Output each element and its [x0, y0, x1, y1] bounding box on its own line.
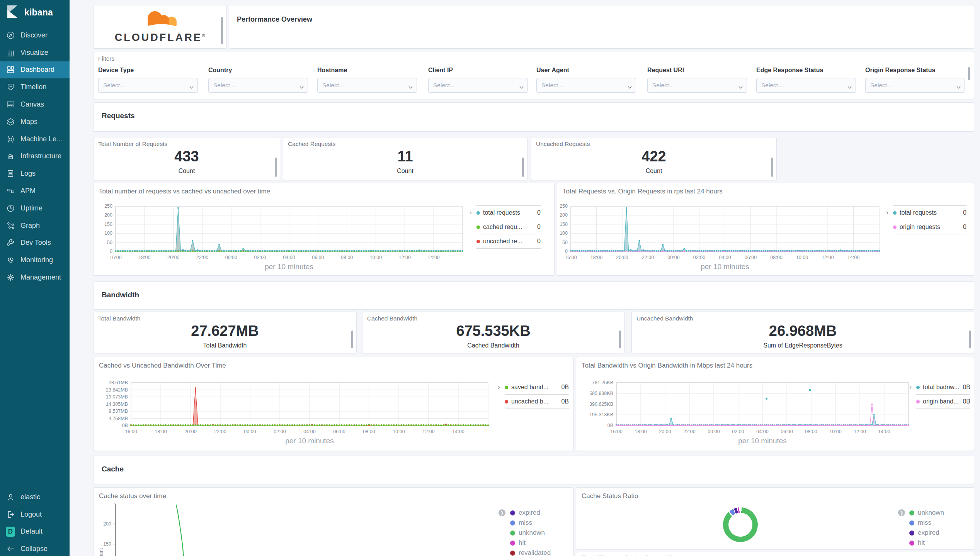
sidebar-item-monitoring[interactable]: Monitoring — [0, 251, 70, 269]
kibana-brand[interactable]: kibana — [0, 0, 70, 25]
legend-item-origin-band-[interactable]: origin band...0B — [916, 394, 970, 409]
svg-text:0B: 0B — [607, 423, 613, 428]
legend-label: cached requ... — [483, 224, 522, 231]
sidebar-item-timelion[interactable]: Timelion — [0, 78, 70, 96]
canvas-icon — [6, 100, 15, 109]
legend-item-unknown[interactable]: unknown — [909, 508, 944, 518]
svg-text:50: 50 — [562, 240, 568, 245]
legend-dot-icon — [909, 531, 914, 536]
sidebar-item-management[interactable]: Management — [0, 269, 70, 286]
sidebar-item-dashboard[interactable]: Dashboard — [0, 61, 70, 79]
legend-collapse-icon[interactable]: › — [886, 208, 888, 217]
svg-text:00:00: 00:00 — [244, 429, 256, 434]
filter-select-edge-response-status[interactable]: Select... — [756, 78, 856, 93]
legend-dot-icon — [916, 386, 920, 389]
svg-text:12:00: 12:00 — [422, 429, 434, 434]
legend-dot-icon — [510, 520, 515, 525]
sidebar-item-apm[interactable]: APM — [0, 182, 70, 200]
chart-plot-d: 0B195.313KB390.625KB585.938KB781.25KB16:… — [576, 357, 974, 451]
svg-text:200: 200 — [560, 212, 568, 218]
sidebar-item-logs[interactable]: Logs — [0, 165, 70, 182]
sidebar-bottom-nav: elasticLogoutDDefaultCollapse — [0, 488, 70, 556]
sidebar-item-label: Infrastructure — [20, 152, 61, 160]
panel-scrollbar[interactable] — [275, 158, 277, 177]
sidebar-item-machine-learning[interactable]: Machine Le... — [0, 131, 70, 148]
sidebar-item-devtools[interactable]: Dev Tools — [0, 234, 70, 252]
legend-item-uncached-re-[interactable]: uncached re...0 — [476, 234, 541, 249]
legend-item-expired[interactable]: expired — [909, 528, 944, 538]
filter-label: Origin Response Status — [865, 67, 965, 74]
legend-item-revalidated[interactable]: revalidated — [510, 548, 551, 556]
chart-legend: saved band...0Buncached b...0B — [505, 380, 569, 409]
cache-section-panel: Cache — [93, 456, 974, 484]
legend-item-cached-requ-[interactable]: cached requ...0 — [476, 220, 541, 234]
legend-collapse-icon[interactable]: › — [909, 383, 912, 391]
sidebar-nav: DiscoverVisualizeDashboardTimelionCanvas… — [0, 27, 70, 286]
svg-text:781.25KB: 781.25KB — [592, 380, 613, 385]
legend-item-origin-requests[interactable]: origin requests0 — [893, 220, 966, 234]
legend-item-expired[interactable]: expired — [510, 508, 551, 518]
legend-value: 0B — [963, 398, 970, 405]
panel-scrollbar[interactable] — [771, 158, 773, 177]
legend-item-total-badnw-[interactable]: total badnw...0B — [916, 380, 970, 394]
sidebar-item-graph[interactable]: Graph — [0, 217, 70, 234]
panel-scrollbar[interactable] — [619, 331, 621, 348]
filter-select-hostname[interactable]: Select... — [317, 78, 417, 93]
metric-total-requests: Total Number of Requests 433 Count — [93, 137, 280, 180]
legend-item-hit[interactable]: hit — [909, 538, 944, 548]
legend-collapse-icon[interactable]: ❯ — [499, 509, 505, 516]
sidebar-item-canvas[interactable]: Canvas — [0, 96, 70, 113]
legend-collapse-icon[interactable]: › — [498, 383, 500, 391]
legend-item-unknown[interactable]: unknown — [510, 528, 551, 538]
metric-title: Cached Requests — [288, 141, 335, 147]
logout-icon — [6, 510, 15, 519]
sidebar-item-visualize[interactable]: Visualize — [0, 44, 70, 61]
panel-scrollbar[interactable] — [221, 17, 223, 44]
filter-select-device-type[interactable]: Select... — [98, 78, 198, 93]
legend-item-total-requests[interactable]: total requests0 — [476, 205, 541, 220]
chart-legend: total requests0origin requests0 — [893, 205, 966, 234]
sidebar-item-logout[interactable]: Logout — [0, 506, 70, 523]
cloudflare-cloud-icon — [131, 8, 189, 29]
legend-item-hit[interactable]: hit — [510, 538, 551, 548]
svg-text:18:00: 18:00 — [590, 255, 602, 260]
filter-select-user-agent[interactable]: Select... — [536, 78, 636, 93]
filter-select-client-ip[interactable]: Select... — [428, 78, 528, 93]
legend-item-miss[interactable]: miss — [510, 518, 551, 528]
chart-legend: unknownmissexpiredhit — [909, 508, 944, 548]
brand-name: kibana — [24, 7, 53, 18]
sidebar-item-default-space[interactable]: DDefault — [0, 523, 70, 541]
legend-collapse-icon[interactable]: › — [470, 208, 472, 217]
select-placeholder: Select... — [761, 82, 783, 89]
legend-item-uncached-b-[interactable]: uncached b...0B — [505, 394, 569, 409]
legend-item-total-requests[interactable]: total requests0 — [893, 205, 966, 220]
panel-scrollbar[interactable] — [522, 158, 524, 177]
legend-collapse-icon[interactable]: ❯ — [898, 509, 905, 516]
filter-select-country[interactable]: Select... — [208, 78, 308, 93]
svg-text:150: 150 — [560, 222, 568, 227]
sidebar-item-maps[interactable]: Maps — [0, 113, 70, 131]
filter-select-request-uri[interactable]: Select... — [647, 78, 747, 93]
sidebar-item-label: elastic — [20, 493, 40, 501]
filter-select-origin-response-status[interactable]: Select... — [865, 78, 965, 93]
sidebar-item-discover[interactable]: Discover — [0, 27, 70, 44]
bandwidth-section-title: Bandwidth — [94, 282, 974, 299]
metric-title: Uncached Bandwidth — [636, 315, 693, 322]
metric-title: Uncached Requests — [536, 141, 590, 147]
svg-text:per 10 minutes: per 10 minutes — [738, 437, 787, 445]
panel-scrollbar[interactable] — [968, 67, 970, 80]
svg-text:04:00: 04:00 — [283, 255, 295, 260]
legend-item-saved-band-[interactable]: saved band...0B — [505, 380, 569, 394]
sidebar-item-uptime[interactable]: Uptime — [0, 200, 70, 217]
graph-icon — [6, 221, 15, 230]
filter-group-request-uri: Request URISelect... — [647, 67, 747, 93]
sidebar-item-label: Logout — [20, 510, 42, 519]
sidebar-item-infrastructure[interactable]: Infrastructure — [0, 148, 70, 165]
panel-scrollbar[interactable] — [351, 331, 353, 348]
select-placeholder: Select... — [213, 82, 235, 89]
legend-item-miss[interactable]: miss — [909, 518, 944, 528]
sidebar-item-elastic[interactable]: elastic — [0, 488, 70, 506]
sidebar-item-collapse[interactable]: Collapse — [0, 540, 70, 556]
panel-scrollbar[interactable] — [969, 331, 971, 348]
sidebar-item-label: Graph — [20, 222, 40, 230]
